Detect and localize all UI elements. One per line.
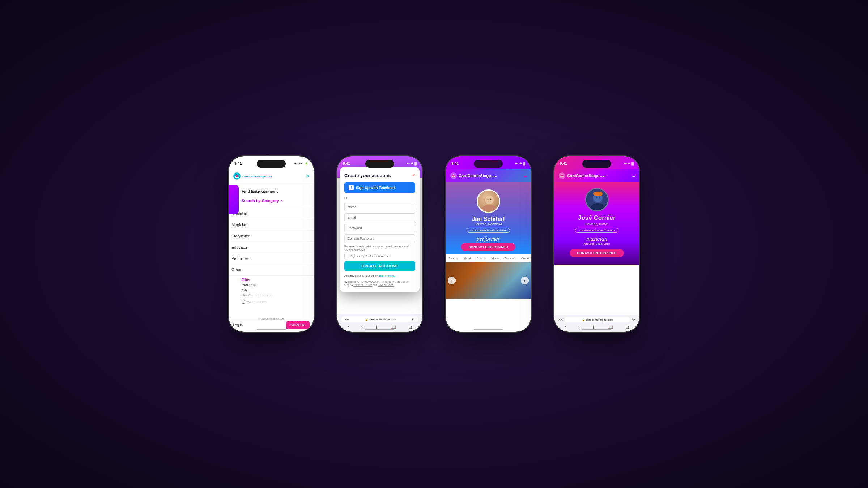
login-link-1[interactable]: Log in xyxy=(233,323,243,327)
reload-icon-4[interactable]: ↻ xyxy=(632,317,635,322)
facebook-signup-button[interactable]: f Sign Up with Facebook xyxy=(344,182,415,193)
hamburger-icon-3[interactable]: ≡ xyxy=(524,173,527,179)
menu-item-performer[interactable]: Performer xyxy=(231,253,314,264)
confirm-password-input[interactable] xyxy=(344,234,415,243)
svg-point-10 xyxy=(490,199,491,200)
status-time-2: 9:41 xyxy=(343,162,350,166)
wifi-icon-2: ⊕ xyxy=(411,162,413,165)
url-bar-2[interactable]: AA 🔒 carecenterstage.com ↻ xyxy=(341,316,418,322)
signin-prompt: Already have an account? Sign in here. xyxy=(344,274,415,277)
find-entertainment-link[interactable]: Find Entertainment xyxy=(242,186,310,196)
svg-point-7 xyxy=(481,205,497,213)
battery-icon-3: ▓ xyxy=(523,162,525,165)
browser-back-4[interactable]: ‹ xyxy=(565,325,566,330)
browser-forward-4[interactable]: › xyxy=(578,325,580,330)
hamburger-icon-4[interactable]: ≡ xyxy=(632,173,635,179)
newsletter-checkbox[interactable] xyxy=(344,254,348,258)
home-indicator-3 xyxy=(474,329,503,330)
menu-item-magician[interactable]: Magician xyxy=(231,219,314,231)
battery-icon-4: ▓ xyxy=(631,162,634,165)
tab-contact-3[interactable]: Contact xyxy=(518,254,531,262)
menu-item-storyteller[interactable]: Storyteller xyxy=(231,231,314,242)
modal-title-2: Create your account. xyxy=(344,173,391,178)
battery-icon-2: ▓ xyxy=(414,162,417,165)
tab-about-3[interactable]: About xyxy=(460,254,474,262)
phones-showcase: 9:41 ▪▪▪ wifi 🔋 xyxy=(228,155,640,333)
terms-of-service-link[interactable]: Terms of Service xyxy=(353,284,372,286)
menu-items-1: Musician Magician Storyteller Educator P… xyxy=(229,208,314,275)
tabs-row-3: Photos About Details Video Reviews Conta… xyxy=(446,254,531,262)
tab-details-3[interactable]: Details xyxy=(474,254,488,262)
browser-tabs-4[interactable]: ⊡ xyxy=(625,325,629,330)
performer-type-3: performer xyxy=(477,236,500,242)
logo-icon-1 xyxy=(233,172,241,180)
dynamic-island-1 xyxy=(257,160,286,168)
aa-text-4: AA xyxy=(558,318,563,322)
contact-entertainer-button-3[interactable]: CONTACT ENTERTAINER xyxy=(461,243,515,251)
header-4: CareCenterStage.com ≡ xyxy=(554,169,639,182)
tab-photos-3[interactable]: Photos xyxy=(446,254,460,262)
svg-point-8 xyxy=(485,196,494,204)
battery-icon-1: 🔋 xyxy=(305,162,308,165)
status-time-4: 9:41 xyxy=(560,162,567,166)
signup-button-1[interactable]: SIGN UP xyxy=(286,321,310,329)
newsletter-row: Sign me up for the newsletter. xyxy=(344,254,415,258)
contact-entertainer-button-4[interactable]: CONTACT ENTERTAINER xyxy=(570,249,624,257)
url-text-2: 🔒 carecenterstage.com xyxy=(365,318,396,321)
create-account-button[interactable]: CREATE ACCOUNT xyxy=(344,261,415,271)
photo-section-3: ‹ › xyxy=(446,262,531,299)
photo-arrow-left-3[interactable]: ‹ xyxy=(448,277,456,284)
password-input[interactable] xyxy=(344,224,415,232)
menu-item-other[interactable]: Other xyxy=(231,264,314,275)
checkbox-1[interactable] xyxy=(242,300,245,304)
email-input[interactable] xyxy=(344,213,415,222)
phone-1-menu: 9:41 ▪▪▪ wifi 🔋 xyxy=(228,155,315,333)
musician-desc-4: Acoustic, Jazz, Latin xyxy=(584,242,610,245)
lock-icon-4: 🔒 xyxy=(582,318,585,321)
svg-point-13 xyxy=(561,175,563,176)
wifi-icon-4: ⊕ xyxy=(628,162,630,165)
logo-area-3: CareCenterStage.com xyxy=(450,172,497,179)
avatar-svg-4 xyxy=(586,189,609,211)
screen-4: CareCenterStage.com ≡ xyxy=(554,169,639,265)
aa-text-2: AA xyxy=(345,318,349,321)
status-time-3: 9:41 xyxy=(451,162,459,166)
lock-icon-2: 🔒 xyxy=(365,318,368,321)
phone-2-create-account: 9:41 ▪▪▪ ⊕ ▓ Create your account. × f S xyxy=(336,155,423,333)
search-by-category-link[interactable]: Search by Category ∧ xyxy=(242,196,310,205)
modal-close-button-2[interactable]: × xyxy=(412,172,415,179)
close-button-1[interactable]: × xyxy=(306,172,310,180)
wifi-icon-1: wifi xyxy=(299,162,303,165)
create-account-modal: Create your account. × f Sign Up with Fa… xyxy=(340,167,420,292)
reload-icon-2[interactable]: ↻ xyxy=(412,318,414,321)
status-icons-2: ▪▪▪ ⊕ ▓ xyxy=(407,162,417,165)
status-time-1: 9:41 xyxy=(234,162,242,166)
dynamic-island-2 xyxy=(365,160,394,168)
avatar-3 xyxy=(477,189,500,213)
tab-reviews-3[interactable]: Reviews xyxy=(502,254,518,262)
svg-point-9 xyxy=(487,199,488,200)
performer-name-4: José Cornier xyxy=(578,214,616,222)
modal-header-2: Create your account. × xyxy=(344,172,415,179)
header-3: CareCenterStage.com ≡ xyxy=(446,169,531,182)
filter-label-1: Filter xyxy=(242,278,310,282)
logo-area-4: CareCenterStage.com xyxy=(558,172,605,179)
avatar-svg-3 xyxy=(478,191,500,213)
privacy-policy-link[interactable]: Privacy Policy. xyxy=(378,284,394,286)
menu-item-musician[interactable]: Musician xyxy=(231,208,314,219)
tab-video-3[interactable]: Video xyxy=(488,254,501,262)
signal-icon-4: ▪▪▪ xyxy=(624,162,627,165)
menu-item-educator[interactable]: Educator xyxy=(231,242,314,253)
status-icons-3: ▪▪▪ ⊕ ▓ xyxy=(515,162,525,165)
signin-link[interactable]: Sign in here. xyxy=(379,274,395,277)
avatar-image-3 xyxy=(478,191,499,212)
header-logo-text-3: CareCenterStage.com xyxy=(459,174,497,178)
browser-back-2[interactable]: ‹ xyxy=(348,325,349,330)
password-hint-text: Password must contain an uppercase, lowe… xyxy=(344,245,415,252)
photo-arrow-right-3[interactable]: › xyxy=(521,277,529,284)
browser-forward-2[interactable]: › xyxy=(361,325,363,330)
url-box-4[interactable]: 🔒 carecenterstage.com xyxy=(565,317,630,322)
browser-tabs-2[interactable]: ⊡ xyxy=(408,325,412,330)
name-input[interactable] xyxy=(344,203,415,211)
performer-location-3: Fordyce, Nebraska xyxy=(475,222,502,226)
